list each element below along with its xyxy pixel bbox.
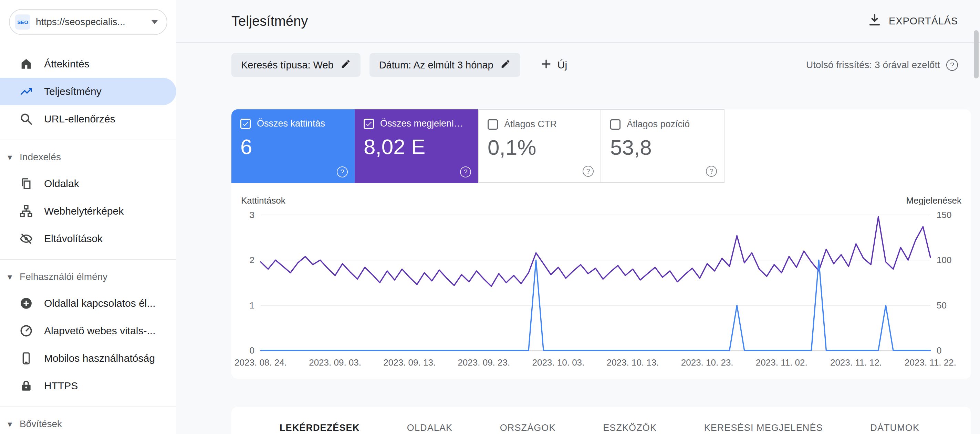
- checkbox-checked-icon[interactable]: [240, 119, 251, 129]
- home-icon: [19, 57, 33, 71]
- sidebar-nav: Áttekintés Teljesítmény URL-ellenőrzés ▾…: [0, 50, 176, 434]
- svg-text:100: 100: [937, 255, 951, 265]
- metric-card-header: Összes kattintás: [240, 118, 346, 129]
- nav-label: Alapvető webes vitals-...: [44, 325, 155, 337]
- filter-bar: Keresés típusa: Web Dátum: Az elmúlt 3 h…: [176, 43, 980, 77]
- right-axis-title: Megjelenések: [906, 195, 961, 206]
- dimension-tabs-panel: LEKÉRDEZÉSEK OLDALAK ORSZÁGOK ESZKÖZÖK K…: [231, 407, 971, 434]
- svg-text:2023. 11. 22.: 2023. 11. 22.: [905, 357, 956, 367]
- checkbox-checked-icon[interactable]: [364, 119, 374, 129]
- edit-icon: [340, 59, 351, 71]
- svg-text:2023. 09. 03.: 2023. 09. 03.: [309, 357, 361, 367]
- new-filter-button[interactable]: Új: [539, 57, 567, 73]
- metric-value: 53,8: [610, 135, 715, 160]
- core-web-vitals-icon: [19, 324, 33, 338]
- help-icon[interactable]: ?: [946, 59, 958, 71]
- dimension-tabs: LEKÉRDEZÉSEK OLDALAK ORSZÁGOK ESZKÖZÖK K…: [231, 423, 971, 433]
- svg-text:50: 50: [937, 300, 947, 310]
- divider: [0, 139, 176, 140]
- sidebar-item-pages[interactable]: Oldalak: [0, 170, 176, 197]
- section-indexing[interactable]: ▾ Indexelés: [0, 144, 176, 170]
- checkbox-unchecked-icon[interactable]: [610, 119, 620, 130]
- property-selector[interactable]: seo https://seospecialis...: [9, 9, 167, 35]
- metric-label: Összes megjelení…: [380, 118, 463, 129]
- metric-card-total-impressions[interactable]: Összes megjelení… 8,02 E ?: [355, 109, 478, 183]
- left-axis-title: Kattintások: [241, 195, 285, 206]
- metric-card-total-clicks[interactable]: Összes kattintás 6 ?: [231, 109, 355, 183]
- section-label: Indexelés: [20, 152, 61, 163]
- metric-value: 0,1%: [488, 135, 592, 160]
- nav-label: URL-ellenőrzés: [44, 113, 115, 125]
- sidebar-item-performance[interactable]: Teljesítmény: [0, 78, 176, 105]
- metric-value: 6: [240, 135, 346, 159]
- app: seo https://seospecialis... Áttekintés T…: [0, 0, 980, 434]
- metric-card-average-position[interactable]: Átlagos pozíció 53,8 ?: [601, 109, 724, 183]
- svg-text:3: 3: [250, 210, 255, 220]
- sidebar-item-sitemaps[interactable]: Webhelytérképek: [0, 197, 176, 225]
- export-label: EXPORTÁLÁS: [889, 16, 958, 27]
- metric-value: 8,02 E: [364, 135, 469, 159]
- svg-text:2023. 09. 23.: 2023. 09. 23.: [458, 357, 510, 367]
- scrollbar[interactable]: [974, 30, 978, 78]
- section-label: Felhasználói élmény: [20, 271, 107, 282]
- divider: [0, 407, 176, 407]
- section-enhancements[interactable]: ▾ Bővítések: [0, 411, 176, 434]
- chip-label: Dátum: Az elmúlt 3 hónap: [379, 60, 493, 71]
- performance-line-chart[interactable]: 00150210031502023. 08. 24.2023. 09. 03.2…: [231, 209, 971, 371]
- nav-label: HTTPS: [44, 380, 78, 392]
- filter-chip-date[interactable]: Dátum: Az elmúlt 3 hónap: [369, 53, 520, 77]
- tab-queries[interactable]: LEKÉRDEZÉSEK: [280, 423, 360, 433]
- property-favicon: seo: [15, 14, 30, 30]
- sidebar-item-core-web-vitals[interactable]: Alapvető webes vitals-...: [0, 317, 176, 345]
- metric-cards: Összes kattintás 6 ? Összes megjelení… 8…: [231, 109, 971, 183]
- section-experience[interactable]: ▾ Felhasználói élmény: [0, 264, 176, 290]
- metric-label: Átlagos pozíció: [627, 119, 690, 130]
- performance-panel: Összes kattintás 6 ? Összes megjelení… 8…: [231, 109, 971, 379]
- visibility-off-icon: [19, 232, 33, 246]
- help-icon[interactable]: ?: [460, 166, 471, 177]
- last-updated: Utolsó frissítés: 3 órával ezelőtt ?: [806, 59, 958, 71]
- property-label: https://seospecialis...: [36, 16, 146, 27]
- svg-text:150: 150: [937, 210, 951, 220]
- tab-countries[interactable]: ORSZÁGOK: [500, 423, 556, 433]
- edit-icon: [500, 59, 511, 71]
- metric-label: Összes kattintás: [257, 118, 325, 129]
- help-icon[interactable]: ?: [706, 166, 717, 177]
- help-icon[interactable]: ?: [337, 166, 348, 177]
- sidebar-item-mobile-usability[interactable]: Mobilos használhatóság: [0, 345, 176, 372]
- sidebar-item-removals[interactable]: Eltávolítások: [0, 225, 176, 252]
- tab-search-appearance[interactable]: KERESÉSI MEGJELENÉS: [704, 423, 823, 433]
- sidebar-item-url-inspection[interactable]: URL-ellenőrzés: [0, 105, 176, 133]
- svg-text:2023. 09. 13.: 2023. 09. 13.: [383, 357, 436, 367]
- chevron-down-icon: ▾: [8, 272, 12, 281]
- last-updated-text: Utolsó frissítés: 3 órával ezelőtt: [806, 60, 940, 71]
- sidebar-item-https[interactable]: HTTPS: [0, 372, 176, 400]
- plus-icon: [539, 57, 553, 73]
- svg-text:2023. 08. 24.: 2023. 08. 24.: [234, 357, 287, 367]
- svg-text:2023. 11. 02.: 2023. 11. 02.: [756, 357, 808, 367]
- checkbox-unchecked-icon[interactable]: [488, 119, 498, 130]
- metric-card-header: Átlagos pozíció: [610, 119, 715, 130]
- tab-pages[interactable]: OLDALAK: [407, 423, 452, 433]
- page-title: Teljesítmény: [231, 13, 308, 29]
- svg-text:2023. 10. 03.: 2023. 10. 03.: [532, 357, 584, 367]
- tab-devices[interactable]: ESZKÖZÖK: [603, 423, 657, 433]
- help-icon[interactable]: ?: [582, 166, 593, 177]
- filter-chip-search-type[interactable]: Keresés típusa: Web: [231, 53, 361, 77]
- mobile-icon: [19, 352, 33, 365]
- svg-text:2023. 10. 13.: 2023. 10. 13.: [607, 357, 659, 367]
- metric-label: Átlagos CTR: [504, 119, 557, 130]
- sidebar-item-page-experience[interactable]: Oldallal kapcsolatos él...: [0, 290, 176, 317]
- export-button[interactable]: EXPORTÁLÁS: [867, 13, 958, 30]
- chart-axis-titles: Kattintások Megjelenések: [231, 183, 971, 209]
- pages-icon: [19, 177, 33, 190]
- section-label: Bővítések: [20, 418, 62, 429]
- sidebar-item-overview[interactable]: Áttekintés: [0, 50, 176, 78]
- dropdown-caret-icon: [151, 20, 158, 24]
- nav-label: Oldalak: [44, 178, 79, 190]
- page-header: Teljesítmény EXPORTÁLÁS: [176, 0, 980, 43]
- main-content: Teljesítmény EXPORTÁLÁS Keresés típusa: …: [176, 0, 980, 434]
- chip-label: Keresés típusa: Web: [241, 60, 334, 71]
- tab-dates[interactable]: DÁTUMOK: [870, 423, 920, 433]
- metric-card-average-ctr[interactable]: Átlagos CTR 0,1% ?: [478, 109, 601, 183]
